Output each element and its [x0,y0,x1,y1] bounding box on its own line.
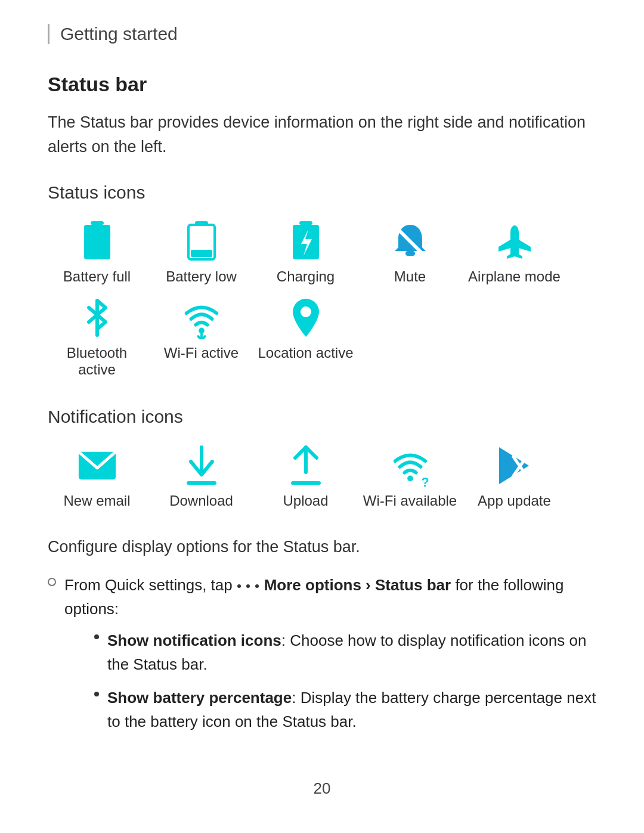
show-notification-icons-bold: Show notification icons [107,631,281,649]
mute-label: Mute [394,268,426,285]
list-bullet-circle [48,578,56,586]
bluetooth-item: Bluetooth active [48,297,146,378]
svg-marker-21 [499,447,529,484]
upload-label: Upload [283,493,328,509]
svg-text:?: ? [421,475,429,487]
download-icon [181,445,222,487]
svg-rect-0 [91,221,104,225]
download-label: Download [169,493,233,509]
email-icon [76,445,118,487]
airplane-mode-icon [494,221,535,262]
svg-point-19 [407,476,413,482]
svg-rect-8 [405,251,415,256]
svg-point-11 [199,328,205,334]
bullet-item-1: Show notification icons: Choose how to d… [94,628,596,677]
mute-item: Mute [361,221,459,285]
charging-label: Charging [277,268,335,285]
status-icons-title: Status icons [48,182,596,203]
quick-settings-list-item: From Quick settings, tap More options › … [48,573,596,744]
bluetooth-icon [76,297,118,339]
battery-full-item: Battery full [48,221,146,285]
location-active-label: Location active [258,345,353,361]
notification-icons-grid: New email Download Upload [48,445,596,509]
bullet-item-1-text: Show notification icons: Choose how to d… [107,628,596,677]
wifi-active-icon [181,297,222,339]
section-description: The Status bar provides device informati… [48,110,596,159]
svg-point-13 [301,306,311,317]
svg-rect-5 [299,221,312,225]
upload-icon [285,445,327,487]
battery-full-icon [76,221,118,262]
location-icon [285,297,327,339]
wifi-active-item: Wi-Fi active [152,297,250,378]
list-item-prefix: From Quick settings, tap [64,576,237,594]
wifi-available-icon: ? [389,445,431,487]
page-number: 20 [48,779,596,798]
battery-low-label: Battery low [166,268,237,285]
show-battery-percentage-bold: Show battery percentage [107,689,292,707]
svg-rect-4 [191,250,212,257]
wifi-available-item: ? Wi-Fi available [361,445,459,509]
page-title: Status bar [48,73,596,96]
breadcrumb: Getting started [48,24,596,44]
location-active-item: Location active [256,297,355,378]
email-item: New email [48,445,146,509]
wifi-active-label: Wi-Fi active [164,345,239,361]
app-update-icon [494,445,535,487]
bullet-dot-1 [94,634,99,639]
quick-settings-text: From Quick settings, tap More options › … [64,573,596,744]
battery-low-item: Battery low [152,221,250,285]
bluetooth-label: Bluetooth active [48,345,146,378]
app-update-item: App update [465,445,564,509]
download-item: Download [152,445,250,509]
status-icons-grid: Battery full Battery low Charging [48,221,596,378]
airplane-mode-label: Airplane mode [468,268,561,285]
charging-item: Charging [256,221,355,285]
airplane-mode-item: Airplane mode [465,221,564,285]
bullet-item-2-text: Show battery percentage: Display the bat… [107,686,596,734]
notification-icons-title: Notification icons [48,407,596,427]
charging-icon [285,221,327,262]
upload-item: Upload [256,445,355,509]
wifi-available-label: Wi-Fi available [363,493,457,509]
configure-text: Configure display options for the Status… [48,538,596,556]
mute-icon [389,221,431,262]
battery-full-label: Battery full [63,268,131,285]
bullet-item-2: Show battery percentage: Display the bat… [94,686,596,734]
bullet-dot-2 [94,692,99,696]
battery-low-icon [181,221,222,262]
bullet-list: Show notification icons: Choose how to d… [94,628,596,734]
app-update-label: App update [478,493,551,509]
list-item-bold: More options › Status bar [264,576,451,594]
email-label: New email [63,493,130,509]
svg-rect-1 [84,225,110,259]
